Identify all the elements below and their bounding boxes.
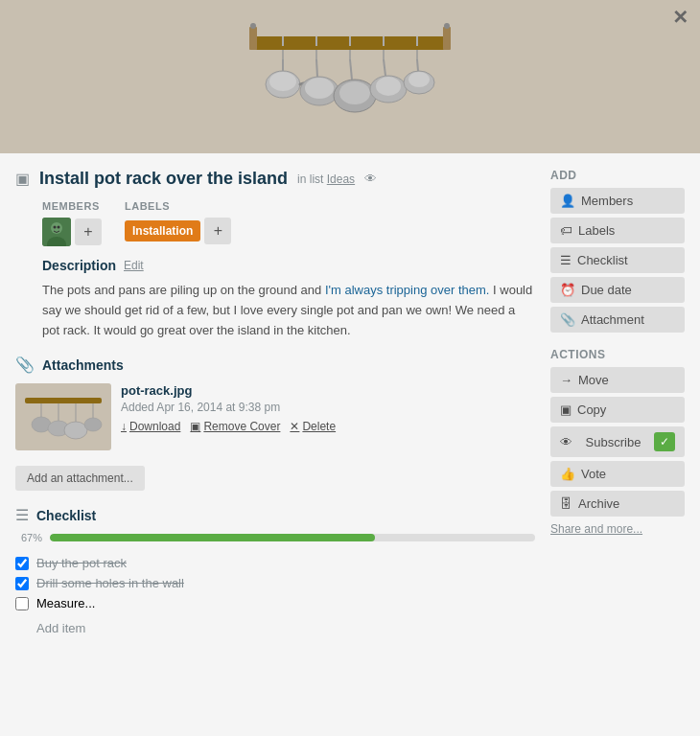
checklist-icon: ☰ — [15, 506, 29, 524]
download-button[interactable]: ↓ Download — [121, 420, 180, 433]
svg-point-38 — [58, 226, 60, 229]
checklist-checkbox-3[interactable] — [15, 597, 29, 610]
edit-description-button[interactable]: Edit — [124, 259, 144, 272]
svg-rect-30 — [249, 27, 257, 50]
svg-rect-31 — [443, 27, 451, 50]
attachment-filename: pot-rack.jpg — [121, 383, 535, 398]
archive-button[interactable]: 🗄 Archive — [550, 491, 685, 517]
archive-icon: 🗄 — [560, 496, 572, 511]
attachment-icon: 📎 — [560, 312, 575, 327]
add-attachment-sidebar-button[interactable]: 📎 Attachment — [550, 307, 685, 333]
members-label: Members — [42, 200, 102, 212]
vote-button[interactable]: 👍 Vote — [550, 461, 685, 487]
checklist-title: Checklist — [36, 508, 96, 523]
actions-section: Actions → Move ▣ Copy 👁 Subscribe ✓ 👍 Vo… — [550, 348, 685, 536]
remove-cover-icon: ▣ — [190, 420, 200, 433]
svg-point-16 — [305, 78, 334, 99]
copy-button[interactable]: ▣ Copy — [550, 397, 685, 423]
svg-point-32 — [250, 23, 256, 29]
move-button[interactable]: → Move — [550, 367, 685, 393]
card-title: Install pot rack over the island — [39, 169, 288, 189]
svg-point-43 — [64, 422, 87, 439]
svg-point-37 — [54, 226, 57, 229]
paperclip-icon: 📎 — [15, 356, 35, 374]
members-section: Members + — [42, 200, 102, 246]
svg-line-25 — [384, 59, 385, 76]
description-title: Description — [42, 258, 116, 273]
checklist-item: Buy the pot rack — [15, 553, 535, 573]
attachment-thumbnail — [15, 383, 111, 450]
attachments-section: 📎 Attachments — [15, 356, 535, 491]
labels-section: Labels Installation + — [125, 200, 231, 246]
close-button[interactable]: ✕ — [672, 8, 688, 27]
add-due-date-button[interactable]: ⏰ Due date — [550, 277, 685, 303]
download-arrow-icon: ↓ — [121, 420, 127, 433]
labels-label: Labels — [125, 200, 231, 212]
svg-point-44 — [84, 418, 102, 431]
svg-point-20 — [339, 81, 370, 104]
add-labels-button[interactable]: 🏷 Labels — [550, 218, 685, 243]
move-icon: → — [560, 373, 572, 387]
description-text-1: The pots and pans are piling up on the g… — [42, 283, 325, 297]
attachment-item: pot-rack.jpg Added Apr 16, 2014 at 9:38 … — [15, 383, 535, 450]
cover-illustration — [235, 10, 465, 144]
svg-point-33 — [444, 23, 450, 29]
attachment-info: pot-rack.jpg Added Apr 16, 2014 at 9:38 … — [121, 383, 535, 433]
add-label-button[interactable]: + — [204, 218, 231, 244]
avatar — [42, 218, 71, 246]
list-link[interactable]: Ideas — [327, 172, 355, 186]
main-content: ▣ Install pot rack over the island in li… — [15, 169, 535, 635]
description-text: The pots and pans are piling up on the g… — [42, 281, 535, 340]
svg-rect-40 — [25, 398, 102, 403]
card-type-icon: ▣ — [15, 170, 30, 188]
card-title-row: ▣ Install pot rack over the island in li… — [15, 169, 535, 189]
checklist-item: Drill some holes in the wall — [15, 573, 535, 593]
thumb-icon: 👍 — [560, 467, 575, 481]
attachment-date: Added Apr 16, 2014 at 9:38 pm — [121, 401, 535, 414]
add-member-button[interactable]: + — [75, 218, 102, 245]
sidebar: Add 👤 Members 🏷 Labels ☰ Checklist ⏰ Due… — [550, 169, 685, 635]
svg-point-28 — [408, 72, 430, 87]
add-attachment-button[interactable]: Add an attachment... — [15, 466, 145, 491]
share-and-more-button[interactable]: Share and more... — [550, 522, 642, 536]
checklist-checkbox-2[interactable] — [15, 577, 29, 590]
remove-cover-button[interactable]: ▣ Remove Cover — [190, 420, 280, 433]
progress-row: 67% — [15, 532, 535, 543]
labels-list: Installation + — [125, 218, 231, 244]
add-checklist-button[interactable]: ☰ Checklist — [550, 247, 685, 273]
delete-attachment-button[interactable]: ✕ Delete — [290, 420, 336, 433]
subscribe-check-icon: ✓ — [654, 432, 675, 451]
meta-row: Members + — [42, 200, 535, 246]
attachment-actions: ↓ Download ▣ Remove Cover ✕ Delete — [121, 420, 535, 433]
actions-section-title: Actions — [550, 348, 685, 361]
add-checklist-item-button[interactable]: Add item — [36, 621, 85, 635]
person-icon: 👤 — [560, 194, 575, 208]
svg-line-29 — [417, 59, 418, 71]
watch-icon: 👁 — [364, 172, 377, 186]
checklist-items: Buy the pot rack Drill some holes in the… — [15, 553, 535, 613]
checklist-item-text-2: Drill some holes in the wall — [36, 576, 184, 590]
svg-point-12 — [269, 72, 296, 91]
eye-icon: 👁 — [560, 435, 572, 449]
attachments-header: 📎 Attachments — [15, 356, 535, 374]
checklist-checkbox-1[interactable] — [15, 557, 29, 570]
in-list-label: in list Ideas — [297, 172, 355, 186]
add-members-button[interactable]: 👤 Members — [550, 188, 685, 214]
subscribe-button[interactable]: 👁 Subscribe ✓ — [550, 426, 685, 457]
checklist-header: ☰ Checklist — [15, 506, 535, 524]
svg-line-21 — [350, 59, 352, 80]
description-header: Description Edit — [42, 258, 535, 273]
members-list: + — [42, 218, 102, 246]
progress-percent: 67% — [15, 532, 42, 543]
checklist-item-text-3: Measure... — [36, 596, 95, 610]
description-highlight: I'm always tripping over them. — [325, 283, 490, 297]
clock-icon: ⏰ — [560, 283, 575, 297]
tag-icon: 🏷 — [560, 223, 572, 238]
copy-icon: ▣ — [560, 402, 572, 417]
label-tag[interactable]: Installation — [125, 220, 200, 242]
checklist-item: Measure... — [15, 593, 535, 613]
delete-icon: ✕ — [290, 420, 299, 433]
svg-line-17 — [316, 59, 317, 77]
cover-image: ✕ — [0, 0, 700, 153]
modal: ✕ ▣ Install pot rack over the island in … — [0, 0, 700, 736]
